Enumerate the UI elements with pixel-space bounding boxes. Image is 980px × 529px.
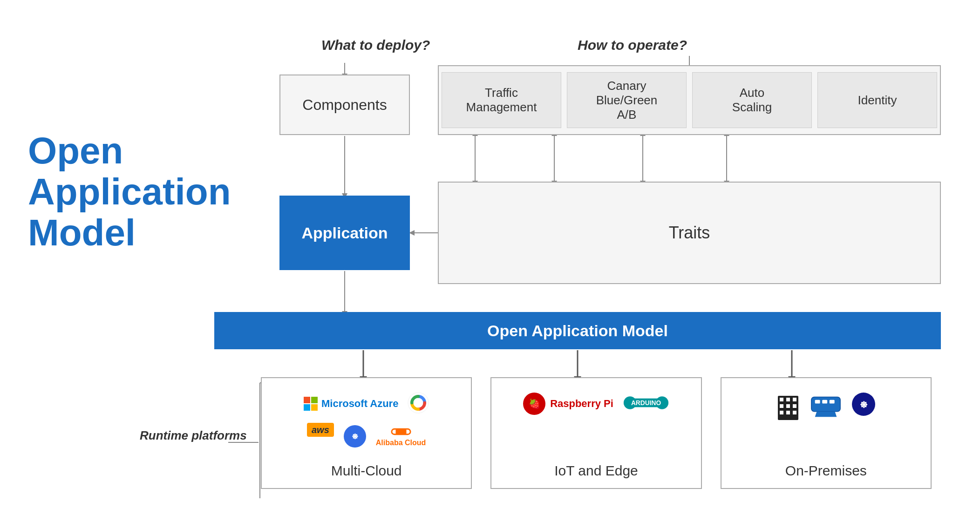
- aws-icon: aws: [307, 425, 334, 450]
- svg-rect-33: [311, 397, 318, 403]
- multi-cloud-icons: Microsoft Azure: [271, 392, 462, 415]
- svg-rect-51: [793, 404, 796, 408]
- runtime-label: Runtime platforms: [140, 428, 247, 443]
- title-line1: Open: [28, 130, 123, 171]
- operation-boxes: TrafficManagement CanaryBlue/GreenA/B Au…: [438, 65, 941, 135]
- svg-rect-46: [780, 398, 783, 401]
- traits-box: Traits: [438, 182, 941, 284]
- op-identity: Identity: [817, 72, 937, 128]
- microsoft-azure-icon: Microsoft Azure: [304, 392, 398, 415]
- iot-icons: 🍓 Raspberry Pi ARDUINO: [501, 392, 691, 415]
- arduino-icon: ARDUINO: [623, 392, 669, 415]
- svg-rect-55: [811, 397, 840, 412]
- google-cloud-icon: [408, 392, 429, 415]
- svg-rect-50: [786, 404, 790, 408]
- svg-rect-35: [311, 404, 318, 411]
- svg-text:ARDUINO: ARDUINO: [631, 400, 661, 407]
- on-prem-label: On-Premises: [785, 463, 867, 479]
- svg-rect-32: [304, 397, 310, 403]
- svg-rect-58: [823, 400, 828, 404]
- title-line2: Application: [28, 171, 231, 212]
- svg-rect-52: [780, 411, 783, 414]
- iot-label: IoT and Edge: [554, 463, 638, 479]
- oam-bar: Open Application Model: [214, 312, 941, 349]
- platform-on-premises: ⎈ On-Premises: [721, 377, 932, 489]
- platform-iot-edge: 🍓 Raspberry Pi ARDUINO IoT and: [490, 377, 701, 489]
- svg-rect-54: [793, 411, 796, 414]
- svg-rect-57: [815, 400, 820, 404]
- label-what-to-deploy: What to deploy?: [321, 37, 430, 53]
- svg-rect-48: [793, 398, 796, 401]
- op-auto-scaling: AutoScaling: [692, 72, 812, 128]
- alibaba-cloud-icon: Alibaba Cloud: [376, 425, 426, 450]
- diagram: What to deploy? How to operate? Componen…: [214, 28, 950, 498]
- multi-cloud-label: Multi-Cloud: [331, 463, 402, 479]
- application-box: Application: [279, 196, 410, 270]
- page-title: Open Application Model: [28, 130, 186, 253]
- svg-marker-60: [815, 412, 837, 417]
- platform-multi-cloud: Microsoft Azure: [261, 377, 472, 489]
- svg-text:⎈: ⎈: [860, 398, 868, 410]
- page: Open Application Model: [0, 0, 980, 529]
- svg-rect-49: [780, 404, 783, 408]
- svg-text:⎈: ⎈: [352, 431, 358, 441]
- svg-rect-53: [786, 411, 790, 414]
- multi-cloud-icons-2: aws ⎈ Aliba: [271, 425, 462, 450]
- kubernetes-icon: ⎈: [343, 425, 367, 450]
- title-section: Open Application Model: [28, 130, 186, 253]
- label-how-to-operate: How to operate?: [578, 37, 687, 53]
- op-traffic-management: TrafficManagement: [442, 72, 561, 128]
- raspberry-pi-icon: 🍓 Raspberry Pi: [523, 392, 613, 415]
- svg-rect-34: [304, 404, 310, 411]
- platform-boxes: Microsoft Azure: [261, 377, 932, 489]
- building-icon: [776, 392, 800, 422]
- title-line3: Model: [28, 212, 136, 253]
- svg-rect-59: [830, 400, 835, 404]
- svg-rect-47: [786, 398, 790, 401]
- helm-icon: ⎈: [851, 392, 876, 422]
- svg-rect-40: [395, 429, 406, 434]
- components-box: Components: [279, 75, 410, 135]
- op-canary: CanaryBlue/GreenA/B: [567, 72, 687, 128]
- on-prem-icons: ⎈: [731, 392, 921, 422]
- ship-icon: [810, 392, 842, 422]
